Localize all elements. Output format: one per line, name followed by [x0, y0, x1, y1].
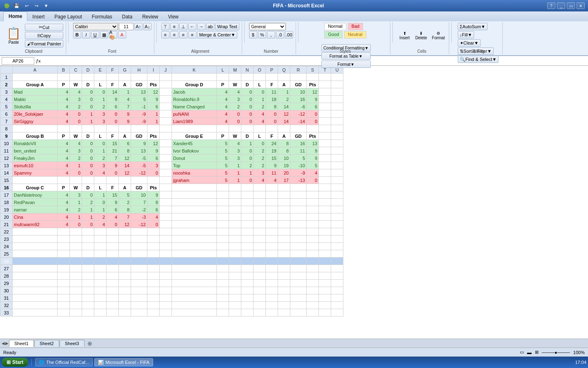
view-page-break-btn[interactable]: ⊞: [535, 350, 539, 355]
cell-Q10[interactable]: 8: [278, 140, 290, 147]
cell-K20[interactable]: [172, 213, 217, 221]
cell-C5[interactable]: 2: [70, 103, 82, 110]
cell-F4[interactable]: 9: [107, 96, 119, 103]
cell-K17[interactable]: [172, 191, 217, 199]
cell-J15[interactable]: [160, 177, 172, 184]
cell-G11[interactable]: 8: [119, 147, 131, 155]
row-header-8[interactable]: 8: [0, 125, 13, 132]
find-select-btn[interactable]: 🔍 Find & Select ▼: [458, 56, 499, 63]
cell-G17[interactable]: 5: [119, 191, 131, 199]
cell-J8[interactable]: [160, 125, 172, 132]
cell-P18[interactable]: [266, 199, 278, 206]
cell-R4[interactable]: 16: [290, 96, 307, 103]
row-header-10[interactable]: 10: [0, 140, 13, 147]
cell-D21[interactable]: 0: [82, 221, 94, 228]
cell-I7[interactable]: 1: [147, 118, 160, 125]
cell-M10[interactable]: 4: [229, 140, 241, 147]
cell-D5[interactable]: 0: [82, 103, 94, 110]
cell-T13[interactable]: [319, 162, 331, 169]
cell-E13[interactable]: 3: [94, 162, 107, 169]
cell-A6[interactable]: 20le_Solskjaer: [13, 110, 58, 118]
cell-O3[interactable]: 0: [254, 88, 266, 96]
row-header-13[interactable]: 13: [0, 162, 13, 169]
cell-L3[interactable]: 4: [217, 88, 229, 96]
cell-D10[interactable]: 0: [82, 140, 94, 147]
row-header-12[interactable]: 12: [0, 155, 13, 162]
merge-center-button[interactable]: Merge & Center ▼: [197, 31, 238, 38]
format-painter-button[interactable]: 🖌 Format Painter: [25, 40, 63, 47]
decimal-decrease[interactable]: .00: [285, 31, 293, 38]
cell-A1[interactable]: [13, 74, 58, 81]
cell-R10[interactable]: 16: [290, 140, 307, 147]
cell-K2[interactable]: Group D: [172, 81, 217, 88]
cell-N8[interactable]: [241, 125, 254, 132]
cell-B19[interactable]: 4: [58, 206, 70, 213]
cell-L21[interactable]: [217, 221, 229, 228]
cell-O9[interactable]: L: [254, 132, 266, 140]
cell-M4[interactable]: 3: [229, 96, 241, 103]
cell-U3[interactable]: [331, 88, 343, 96]
cell-P1[interactable]: [266, 74, 278, 81]
cell-L2[interactable]: P: [217, 81, 229, 88]
underline-button[interactable]: U: [91, 31, 99, 38]
cell-A14[interactable]: Spammy: [13, 169, 58, 177]
tab-scroll-right[interactable]: ▶: [5, 341, 9, 346]
help-button[interactable]: ?: [547, 2, 555, 9]
cell-H7[interactable]: -9: [131, 118, 147, 125]
col-Q[interactable]: Q: [278, 66, 290, 74]
restore-button[interactable]: ▭: [567, 2, 575, 9]
close-button[interactable]: ✕: [577, 2, 585, 9]
cell-P2[interactable]: F: [266, 81, 278, 88]
cell-G12[interactable]: 12: [119, 155, 131, 162]
col-J[interactable]: J: [160, 66, 172, 74]
cell-I4[interactable]: 9: [147, 96, 160, 103]
row-header-17[interactable]: 17: [0, 191, 13, 199]
cell-N1[interactable]: [241, 74, 254, 81]
cell-H19[interactable]: -2: [131, 206, 147, 213]
col-A[interactable]: A: [13, 66, 58, 74]
cell-C11[interactable]: 3: [70, 147, 82, 155]
cell-G20[interactable]: 7: [119, 213, 131, 221]
cell-O1[interactable]: [254, 74, 266, 81]
number-format-select[interactable]: General: [249, 23, 286, 30]
cell-K12[interactable]: Donut: [172, 155, 217, 162]
cell-L11[interactable]: 5: [217, 147, 229, 155]
cell-D7[interactable]: 1: [82, 118, 94, 125]
cell-C12[interactable]: 2: [70, 155, 82, 162]
wrap-text-button[interactable]: Wrap Text: [215, 23, 239, 30]
tab-review[interactable]: Review: [137, 12, 163, 21]
cell-O4[interactable]: 1: [254, 96, 266, 103]
cell-P5[interactable]: 8: [266, 103, 278, 110]
cell-J19[interactable]: [160, 206, 172, 213]
cut-button[interactable]: ✂ Cut: [25, 24, 63, 31]
cell-N3[interactable]: 0: [241, 88, 254, 96]
view-normal-btn[interactable]: ▭: [520, 350, 524, 355]
cell-K21[interactable]: [172, 221, 217, 228]
style-bad[interactable]: Bad: [348, 23, 363, 30]
cell-O15[interactable]: 4: [254, 177, 266, 184]
row-header-11[interactable]: 11: [0, 147, 13, 155]
cell-T16[interactable]: [319, 184, 331, 191]
cell-C21[interactable]: 0: [70, 221, 82, 228]
cell-E16[interactable]: L: [94, 184, 107, 191]
cell-M6[interactable]: 0: [229, 110, 241, 118]
cell-G1[interactable]: [119, 74, 131, 81]
cell-Q11[interactable]: 8: [278, 147, 290, 155]
cell-N21[interactable]: [241, 221, 254, 228]
cell-B8[interactable]: [58, 125, 70, 132]
cell-N4[interactable]: 0: [241, 96, 254, 103]
cell-H11[interactable]: 13: [131, 147, 147, 155]
cell-H18[interactable]: 7: [131, 199, 147, 206]
delete-btn[interactable]: ⬇ Delete: [414, 30, 429, 41]
cell-Q21[interactable]: [278, 221, 290, 228]
cell-A5[interactable]: Stobzilla: [13, 103, 58, 110]
font-size-increase[interactable]: A↑: [134, 23, 143, 30]
taskbar-item-browser[interactable]: 🌐 The Official RedCaf...: [35, 358, 93, 366]
row-header-19[interactable]: 19: [0, 206, 13, 213]
cell-I19[interactable]: 6: [147, 206, 160, 213]
cell-J6[interactable]: [160, 110, 172, 118]
cell-H16[interactable]: GD: [131, 184, 147, 191]
cell-N14[interactable]: 1: [241, 169, 254, 177]
cell-L9[interactable]: P: [217, 132, 229, 140]
font-family-select[interactable]: Calibri: [73, 23, 118, 30]
